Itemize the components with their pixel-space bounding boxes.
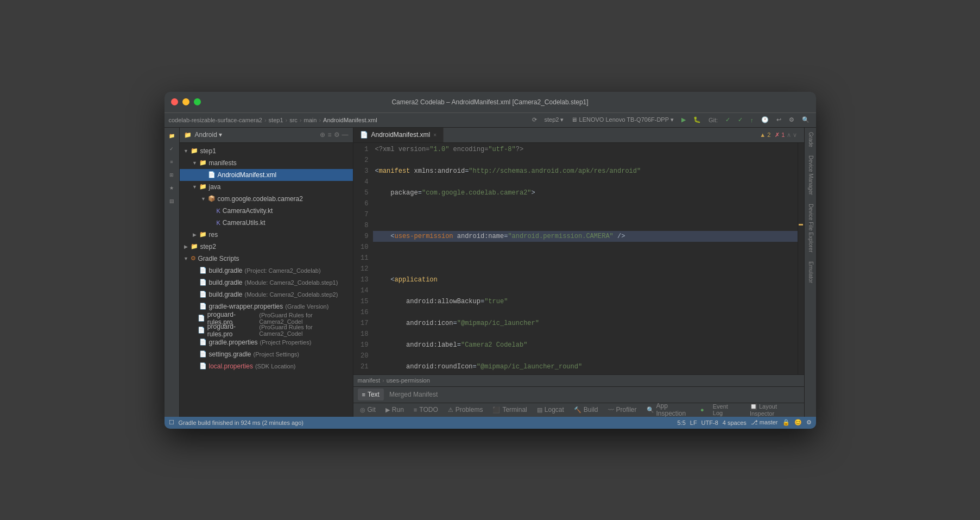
sync-icon[interactable]: ⟳ — [530, 115, 539, 124]
build-tab-icon: 🔨 — [574, 406, 581, 414]
tree-item-package[interactable]: ▼ 📦 com.google.codelab.camera2 — [180, 193, 353, 205]
tree-item-proguard-1[interactable]: 📄 proguard-rules.pro (ProGuard Rules for… — [180, 312, 353, 324]
gradle-icon: ⚙ — [191, 255, 196, 262]
tree-sub-label: (Gradle Version) — [285, 303, 328, 310]
arrow-icon: ▼ — [182, 256, 191, 261]
folder-icon: 📁 — [191, 243, 198, 250]
tree-item-res[interactable]: ▶ 📁 res — [180, 229, 353, 241]
tree-item-local-props[interactable]: 📄 local.properties (SDK Location) — [180, 360, 353, 372]
tree-item-cameraactivity[interactable]: K CameraActivity.kt — [180, 205, 353, 217]
tree-label: CameraUtils.kt — [223, 219, 265, 227]
cb-item-uses-permission[interactable]: uses-permission — [387, 377, 430, 384]
sidebar-icon-project[interactable]: 📁 — [165, 130, 178, 142]
close-button[interactable] — [171, 98, 178, 105]
status-encoding[interactable]: UTF-8 — [701, 419, 718, 426]
tab-logcat[interactable]: ▤ Logcat — [533, 404, 568, 416]
undo-icon[interactable]: ↩ — [774, 115, 783, 124]
tab-text[interactable]: ≡ Text — [358, 389, 384, 400]
layout-inspector-button[interactable]: 🔲 Layout Inspector — [745, 404, 802, 416]
sidebar-icon-commit[interactable]: ✓ — [165, 143, 178, 155]
right-tab-grade[interactable]: Grade — [805, 128, 816, 152]
tab-close-icon[interactable]: × — [433, 132, 437, 138]
right-panel: Grade Device Manager Device File Explore… — [804, 128, 816, 417]
tree-item-java[interactable]: ▼ 📁 java — [180, 181, 353, 193]
breadcrumb-item-3[interactable]: main — [304, 117, 317, 123]
tree-item-step1[interactable]: ▼ 📁 step1 — [180, 145, 353, 157]
status-settings-icon[interactable]: ⚙ — [806, 419, 812, 426]
tree-item-proguard-2[interactable]: 📄 proguard-rules.pro (ProGuard Rules for… — [180, 324, 353, 336]
error-badge: ✗ 1 — [775, 131, 785, 139]
settings-icon[interactable]: ⚙ — [787, 115, 796, 124]
tree-sub-label: (Module: Camera2_Codelab.step2) — [245, 291, 338, 298]
code-editor[interactable]: 1234 5678 9101112 13141516 17181920 2122… — [353, 143, 804, 374]
breadcrumb-item-1[interactable]: step1 — [269, 117, 283, 123]
git-check2-icon[interactable]: ✓ — [736, 115, 745, 124]
tree-item-buildgradle-step1[interactable]: 📄 build.gradle (Module: Camera2_Codelab.… — [180, 277, 353, 289]
sidebar-icon-resource[interactable]: ≡ — [165, 156, 178, 168]
props-file-icon: 📄 — [199, 362, 207, 369]
code-text[interactable]: <?xml version="1.0" encoding="utf-8"?> <… — [373, 143, 798, 374]
line-numbers: 1234 5678 9101112 13141516 17181920 2122… — [353, 143, 373, 374]
tree-collapse-icon[interactable]: ≡ — [327, 131, 331, 139]
sidebar-icon-build[interactable]: ▤ — [165, 195, 178, 207]
history-icon[interactable]: 🕐 — [759, 115, 771, 124]
device-dropdown[interactable]: 🖥 LENOVO Lenovo TB-Q706F-DPP ▾ — [569, 115, 675, 124]
breadcrumb-item-4[interactable]: AndroidManifest.xml — [323, 117, 377, 123]
tab-app-inspection[interactable]: 🔍 App Inspection — [642, 404, 700, 416]
tab-run[interactable]: ▶ Run — [381, 404, 408, 416]
tree-item-manifests[interactable]: ▼ 📁 manifests — [180, 157, 353, 169]
maximize-button[interactable] — [194, 98, 201, 105]
tab-git[interactable]: ◎ Git — [356, 404, 380, 416]
tree-label: build.gradle — [209, 279, 243, 286]
tree-label: local.properties — [209, 362, 253, 370]
status-indent[interactable]: 4 spaces — [723, 419, 747, 426]
tab-profiler[interactable]: 〰 Profiler — [604, 404, 641, 416]
arrow-icon: ▼ — [191, 160, 199, 166]
breadcrumb-item-2[interactable]: src — [289, 117, 298, 123]
status-position[interactable]: 5:5 — [677, 419, 685, 426]
props-file-icon: 📄 — [199, 303, 207, 310]
tree-item-gradle-props[interactable]: 📄 gradle.properties (Project Properties) — [180, 336, 353, 348]
right-tab-device-file[interactable]: Device File Explorer — [805, 199, 816, 256]
sidebar-icon-structure[interactable]: ⊞ — [165, 169, 178, 181]
tab-problems[interactable]: ⚠ Problems — [444, 404, 488, 416]
event-log-button[interactable]: Event Log — [709, 404, 741, 416]
breadcrumb-item-0[interactable]: codelab-resizable-surface-camera2 — [169, 117, 262, 123]
status-lf[interactable]: LF — [690, 419, 697, 426]
status-branch[interactable]: ⎇ master — [751, 419, 778, 426]
tree-label: step2 — [200, 243, 216, 250]
tree-more-icon[interactable]: — — [342, 131, 349, 139]
editor-tab-androidmanifest[interactable]: 📄 AndroidManifest.xml × — [353, 128, 444, 143]
git-tab-label: Git — [368, 406, 376, 414]
tree-sub-label: (Project Settings) — [254, 351, 299, 358]
minimize-button[interactable] — [182, 98, 189, 105]
tab-todo[interactable]: ≡ TODO — [409, 404, 442, 416]
run-button[interactable]: ▶ — [679, 115, 688, 124]
search-icon[interactable]: 🔍 — [800, 115, 812, 124]
right-tab-device-manager[interactable]: Device Manager — [805, 151, 816, 199]
warning-badge: ▲ 2 — [760, 131, 770, 138]
tab-build[interactable]: 🔨 Build — [570, 404, 603, 416]
git-check-icon[interactable]: ✓ — [723, 115, 732, 124]
tree-item-androidmanifest[interactable]: 📄 AndroidManifest.xml — [180, 169, 353, 181]
tree-item-settings-gradle[interactable]: 📄 settings.gradle (Project Settings) — [180, 348, 353, 360]
tree-item-camerautils[interactable]: K CameraUtils.kt — [180, 217, 353, 229]
tree-item-step2[interactable]: ▶ 📁 step2 — [180, 241, 353, 253]
debug-button[interactable]: 🐛 — [691, 115, 703, 124]
tree-filter-icon[interactable]: ⚙ — [334, 131, 340, 139]
tree-locate-icon[interactable]: ⊕ — [320, 131, 325, 139]
cb-item-manifest[interactable]: manifest — [358, 377, 381, 384]
sidebar-icon-favorites[interactable]: ★ — [165, 182, 178, 194]
status-right: 5:5 LF UTF-8 4 spaces ⎇ master 🔒 😊 ⚙ — [677, 419, 811, 426]
tree-item-buildgradle-project[interactable]: 📄 build.gradle (Project: Camera2_Codelab… — [180, 265, 353, 277]
build-tab-label: Build — [584, 406, 598, 414]
git-push-icon[interactable]: ↑ — [748, 116, 756, 124]
tab-merged-manifest[interactable]: Merged Manifest — [385, 389, 442, 400]
tree-item-gradle-scripts[interactable]: ▼ ⚙ Gradle Scripts — [180, 253, 353, 265]
tree-item-gradle-wrapper[interactable]: 📄 gradle-wrapper.properties (Gradle Vers… — [180, 300, 353, 312]
tree-item-buildgradle-step2[interactable]: 📄 build.gradle (Module: Camera2_Codelab.… — [180, 289, 353, 300]
right-tab-emulator[interactable]: Emulator — [805, 257, 816, 287]
main-window: Camera2 Codelab – AndroidManifest.xml [C… — [165, 92, 816, 429]
tab-terminal[interactable]: ⬛ Terminal — [488, 404, 531, 416]
branch-dropdown[interactable]: step2 ▾ — [542, 115, 566, 124]
